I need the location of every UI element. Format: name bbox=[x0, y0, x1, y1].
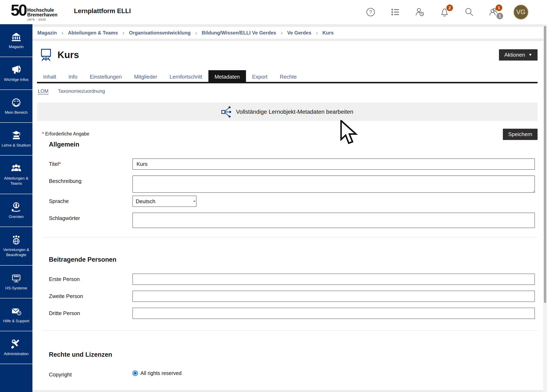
required-hint: * Erforderliche Angabe bbox=[42, 129, 89, 137]
form-row-copyright: Copyright All rights reserved bbox=[49, 369, 538, 378]
logo-50-text: 50 bbox=[11, 2, 26, 18]
monitor-icon: *** bbox=[11, 273, 21, 284]
help-icon[interactable]: ? bbox=[365, 7, 376, 17]
contacts-icon[interactable]: 1 1 bbox=[489, 7, 499, 17]
sidebar-item-abteilungen-teams[interactable]: Abteilungen & Teams bbox=[0, 155, 33, 194]
breadcrumb-organisationsentwicklung[interactable]: Organisationsentwicklung bbox=[129, 30, 191, 36]
sprache-select[interactable]: Deutsch bbox=[132, 196, 197, 207]
tab-bar: Inhalt Info Einstellungen Mitglieder Ler… bbox=[37, 70, 538, 83]
beschreibung-label: Beschreibung bbox=[49, 176, 132, 194]
logo-line2: Bremerhaven bbox=[27, 13, 57, 17]
megaphone-icon bbox=[11, 64, 21, 75]
tab-info[interactable]: Info bbox=[62, 70, 83, 83]
page-title: Kurs bbox=[57, 49, 79, 60]
subtab-taxonomiezuordnung[interactable]: Taxonomiezuordnung bbox=[58, 88, 105, 94]
breadcrumb-separator: › bbox=[122, 29, 124, 36]
zweite-person-label: Zweite Person bbox=[49, 291, 132, 302]
globe-people-icon bbox=[11, 235, 21, 245]
smiley-icon bbox=[11, 97, 21, 108]
form-row-beschreibung: Beschreibung bbox=[49, 176, 538, 194]
university-logo[interactable]: 50 Hochschule Bremerhaven 1975 - 2025 bbox=[11, 2, 57, 21]
form-row-schlagwoerter: Schlagwörter bbox=[49, 213, 538, 228]
sidebar-item-wichtige-infos[interactable]: Wichtige Infos bbox=[0, 57, 33, 90]
sidebar-item-vertretungen[interactable]: Vertretungen & Beauftragte bbox=[0, 227, 33, 266]
save-button[interactable]: Speichern bbox=[503, 129, 538, 140]
sidebar-item-mein-bereich[interactable]: Mein Bereich bbox=[0, 90, 33, 123]
tab-lernfortschritt[interactable]: Lernfortschritt bbox=[164, 70, 208, 83]
sidebar-item-administration[interactable]: Administration bbox=[0, 331, 33, 364]
contacts-badge: 1 bbox=[496, 5, 502, 11]
section-divider bbox=[42, 331, 538, 331]
beschreibung-textarea[interactable] bbox=[132, 176, 535, 193]
sidebar-item-hs-systeme[interactable]: *** HS-Systeme bbox=[0, 266, 33, 298]
subtab-lom[interactable]: LOM bbox=[38, 88, 48, 94]
mail-help-icon: ? bbox=[11, 306, 21, 317]
sprache-label: Sprache bbox=[49, 196, 132, 207]
notifications-bell-icon[interactable]: 2 bbox=[439, 7, 450, 17]
section-heading-rechte: Rechte und Lizenzen bbox=[49, 351, 538, 358]
section-divider bbox=[42, 237, 538, 237]
sidebar-item-magazin[interactable]: Magazin bbox=[0, 24, 33, 57]
dritte-person-input[interactable] bbox=[132, 308, 535, 319]
scrollbar-thumb[interactable] bbox=[544, 26, 546, 303]
sidebar-item-gremien[interactable]: Gremien bbox=[0, 194, 33, 227]
chevron-down-icon: ▼ bbox=[528, 53, 532, 57]
breadcrumb-kurs[interactable]: Kurs bbox=[322, 30, 334, 36]
breadcrumb-bildung-wissen[interactable]: Bildung/Wissen/ELLI Ve Gerdes bbox=[202, 30, 276, 36]
metadata-banner: Vollständige Lernobjekt-Metadaten bearbe… bbox=[37, 103, 538, 121]
zweite-person-input[interactable] bbox=[132, 291, 535, 302]
actions-button[interactable]: Aktionen ▼ bbox=[499, 49, 538, 61]
tab-export[interactable]: Export bbox=[246, 70, 274, 83]
logo-text: Hochschule Bremerhaven 1975 - 2025 bbox=[27, 8, 57, 21]
tools-icon bbox=[11, 339, 21, 349]
breadcrumb-ve-gerdes[interactable]: Ve Gerdes bbox=[287, 30, 311, 36]
edit-full-metadata-link[interactable]: Vollständige Lernobjekt-Metadaten bearbe… bbox=[221, 106, 353, 118]
contacts-secondary-badge: 1 bbox=[497, 13, 503, 19]
svg-text:?: ? bbox=[369, 9, 372, 15]
books-graduation-icon bbox=[11, 130, 21, 141]
tab-inhalt[interactable]: Inhalt bbox=[37, 70, 62, 83]
search-icon[interactable] bbox=[464, 7, 474, 17]
erste-person-input[interactable] bbox=[132, 274, 535, 285]
dritte-person-label: Dritte Person bbox=[49, 308, 132, 319]
breadcrumb-magazin[interactable]: Magazin bbox=[37, 30, 57, 36]
notifications-badge: 2 bbox=[446, 5, 453, 11]
people-group-icon bbox=[11, 163, 21, 174]
subtab-bar: LOM Taxonomiezuordnung bbox=[37, 88, 538, 94]
header-icon-bar: ? bbox=[365, 0, 528, 24]
tab-rechte[interactable]: Rechte bbox=[274, 70, 303, 83]
form-row-dritte-person: Dritte Person bbox=[49, 308, 538, 319]
sidebar-item-hilfe-support[interactable]: ? Hilfe & Support bbox=[0, 298, 33, 331]
form-row-zweite-person: Zweite Person bbox=[49, 291, 538, 302]
banner-label: Vollständige Lernobjekt-Metadaten bearbe… bbox=[236, 108, 353, 115]
schlagwoerter-input[interactable] bbox=[132, 213, 535, 228]
schlagwoerter-label: Schlagwörter bbox=[49, 213, 132, 228]
copyright-label: Copyright bbox=[49, 369, 132, 378]
erste-person-label: Erste Person bbox=[49, 274, 132, 285]
form-row-titel: Titel* bbox=[49, 158, 538, 170]
app-title: Lernplattform ELLI bbox=[74, 7, 131, 15]
titel-input[interactable] bbox=[132, 158, 535, 170]
logo-years: 1975 - 2025 bbox=[27, 18, 57, 21]
list-menu-icon[interactable] bbox=[390, 7, 400, 17]
svg-text:?: ? bbox=[18, 311, 20, 315]
breadcrumb-abteilungen[interactable]: Abteilungen & Teams bbox=[68, 30, 118, 36]
user-avatar[interactable]: VG bbox=[513, 5, 528, 20]
main-area: Magazin › Abteilungen & Teams › Organisa… bbox=[33, 24, 543, 392]
tab-einstellungen[interactable]: Einstellungen bbox=[83, 70, 128, 83]
tab-metadaten[interactable]: Metadaten bbox=[208, 70, 246, 83]
breadcrumb-separator: › bbox=[62, 29, 63, 36]
who-is-online-icon[interactable] bbox=[415, 7, 425, 17]
form-meta-row: * Erforderliche Angabe Speichern bbox=[37, 129, 538, 140]
page-scrollbar bbox=[543, 24, 547, 392]
share-network-icon bbox=[221, 106, 232, 118]
page-title-row: Kurs Aktionen ▼ bbox=[37, 41, 538, 61]
tab-mitglieder[interactable]: Mitglieder bbox=[128, 70, 164, 83]
sidebar-item-lehre-studium[interactable]: Lehre & Studium bbox=[0, 123, 33, 155]
committee-icon bbox=[11, 202, 21, 212]
form-row-sprache: Sprache Deutsch bbox=[49, 196, 538, 207]
main-sidebar: Magazin Wichtige Infos Mein Bereich bbox=[0, 24, 33, 392]
copyright-radio[interactable] bbox=[132, 371, 138, 376]
bank-icon bbox=[11, 32, 21, 42]
titel-label: Titel* bbox=[49, 158, 132, 170]
